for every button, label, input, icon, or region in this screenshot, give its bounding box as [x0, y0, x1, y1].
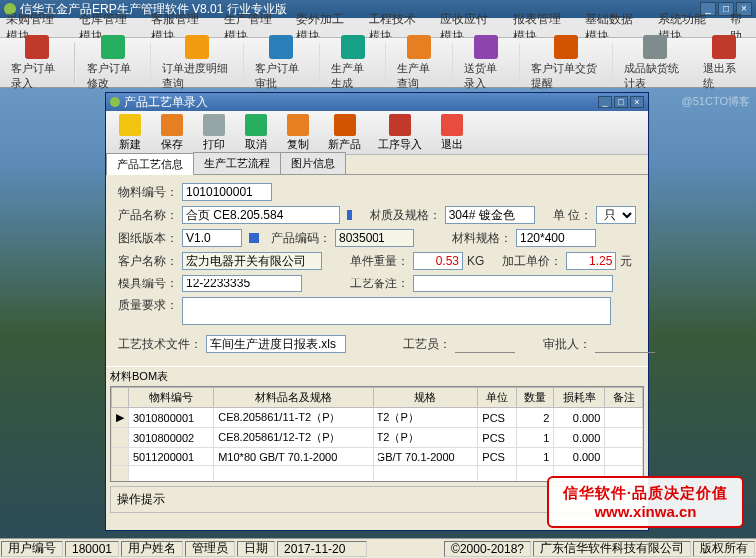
dialog-maximize-button[interactable]: □: [614, 96, 628, 108]
column-header[interactable]: 数量: [516, 388, 554, 408]
spec-input[interactable]: [445, 206, 535, 224]
column-header[interactable]: 损耗率: [554, 388, 605, 408]
tab[interactable]: 生产工艺流程: [193, 152, 281, 174]
bom-grid[interactable]: 物料编号材料品名及规格规格单位数量损耗率备注▶3010800001CE8.205…: [110, 386, 644, 482]
user-no-value: 180001: [65, 541, 119, 557]
toolbar-label: 客户订单交货提醒: [531, 61, 600, 91]
quality-label: 质量要求：: [118, 297, 178, 314]
toolbar-button[interactable]: 客户订单审批: [248, 32, 314, 94]
tech-person-input[interactable]: [455, 335, 515, 353]
form-panel: 物料编号： 产品名称： 材质及规格： 单 位： 只 图纸版本： 产品编码： 材料…: [106, 175, 648, 366]
dialog-toolbar-button[interactable]: 打印: [194, 112, 234, 154]
blog-watermark: @51CTO博客: [682, 94, 750, 109]
product-no-input[interactable]: [335, 229, 414, 247]
watermark-line2: www.xinwa.cn: [563, 503, 728, 520]
toolbar-button[interactable]: 客户订单交货提醒: [524, 32, 607, 94]
dialog-title: 产品工艺单录入: [124, 94, 208, 111]
quality-textarea[interactable]: [182, 297, 611, 325]
dialog-minimize-button[interactable]: _: [598, 96, 612, 108]
toolbar-button[interactable]: 成品缺货统计表: [617, 32, 692, 94]
button-icon: [245, 114, 267, 136]
company: 广东信华软件科技有限公司: [533, 541, 691, 557]
tech-file-input[interactable]: [206, 335, 346, 353]
material-spec-input[interactable]: [516, 229, 596, 247]
toolbar-icon: [341, 35, 365, 59]
toolbar-button[interactable]: 客户订单修改: [80, 32, 146, 94]
button-label: 保存: [161, 137, 183, 152]
operation-hint-label: 操作提示: [117, 492, 165, 506]
brand-watermark: 信华软件·品质决定价值 www.xinwa.cn: [547, 476, 744, 528]
button-icon: [441, 114, 463, 136]
lookup-icon[interactable]: [347, 210, 352, 220]
proc-price-label: 加工单价：: [502, 253, 562, 270]
toolbar-button[interactable]: 订单进度明细查询: [155, 32, 238, 94]
dialog-toolbar-button[interactable]: 退出: [432, 112, 472, 154]
unit-weight-label: 单件重量：: [350, 253, 409, 270]
table-row[interactable]: ▶3010800001CE8.205861/11-T2（P）T2（P）PCS20…: [112, 408, 643, 428]
tab[interactable]: 产品工艺信息: [106, 153, 194, 175]
column-header[interactable]: 单位: [478, 388, 516, 408]
column-header[interactable]: 物料编号: [129, 388, 214, 408]
process-entry-dialog: 产品工艺单录入 _ □ × 新建保存打印取消复制新产品工序导入退出 产品工艺信息…: [105, 92, 649, 531]
rights: 版权所有: [693, 541, 755, 557]
dialog-toolbar-button[interactable]: 工序导入: [371, 112, 430, 154]
toolbar-button[interactable]: 退出系统: [696, 32, 752, 94]
toolbar-label: 客户订单录入: [11, 61, 63, 91]
customer-label: 客户名称：: [118, 253, 178, 270]
dialog-toolbar-button[interactable]: 取消: [236, 112, 276, 154]
product-no-label: 产品编码：: [271, 230, 331, 247]
toolbar-button[interactable]: 送货单录入: [457, 32, 514, 94]
toolbar-label: 生产单查询: [397, 61, 440, 91]
approver-input[interactable]: [595, 335, 655, 353]
table-row[interactable]: 3010800002CE8.205861/12-T2（P）T2（P）PCS10.…: [112, 428, 643, 448]
toolbar-icon: [712, 35, 736, 59]
spec-label: 材质及规格：: [370, 207, 441, 224]
watermark-line1: 信华软件·品质决定价值: [563, 484, 728, 503]
lookup-icon[interactable]: [249, 233, 259, 243]
toolbar-label: 客户订单审批: [255, 61, 307, 91]
tab[interactable]: 图片信息: [280, 152, 346, 174]
dialog-toolbar-button[interactable]: 保存: [152, 112, 192, 154]
unit-select[interactable]: 只: [596, 206, 636, 224]
product-name-input[interactable]: [182, 206, 340, 224]
user-name-value: 管理员: [185, 541, 235, 557]
column-header[interactable]: 规格: [373, 388, 478, 408]
date-value: 2017-11-20: [277, 541, 367, 557]
button-label: 退出: [441, 137, 463, 152]
button-label: 新建: [119, 137, 141, 152]
weight-unit-label: KG: [467, 254, 484, 268]
dialog-toolbar-button[interactable]: 复制: [278, 112, 318, 154]
drawing-ver-label: 图纸版本：: [118, 230, 178, 247]
tech-file-label: 工艺技术文件：: [118, 336, 202, 353]
column-header[interactable]: 备注: [605, 388, 643, 408]
table-row[interactable]: 5011200001M10*80 GB/T 70.1-2000GB/T 70.1…: [112, 448, 643, 466]
material-no-input[interactable]: [182, 183, 272, 201]
dialog-toolbar-button[interactable]: 新建: [110, 112, 150, 154]
material-no-label: 物料编号：: [118, 184, 178, 201]
toolbar-label: 订单进度明细查询: [162, 61, 231, 91]
button-label: 复制: [287, 137, 309, 152]
drawing-ver-input[interactable]: [182, 229, 242, 247]
toolbar-button[interactable]: 生产单查询: [390, 32, 447, 94]
toolbar-icon: [25, 35, 49, 59]
toolbar-button[interactable]: 生产单生成: [324, 32, 380, 94]
product-name-label: 产品名称：: [118, 207, 178, 224]
bom-section-label: 材料BOM表: [106, 366, 648, 386]
dialog-toolbar-button[interactable]: 新产品: [320, 112, 369, 154]
toolbar-label: 送货单录入: [464, 61, 507, 91]
toolbar-icon: [643, 35, 667, 59]
toolbar-icon: [185, 35, 209, 59]
status-bar: 用户编号 180001 用户姓名 管理员 日期 2017-11-20 ©2000…: [0, 538, 756, 558]
date-label: 日期: [237, 541, 275, 557]
tech-person-label: 工艺员：: [403, 336, 451, 353]
proc-price-input[interactable]: [566, 252, 616, 270]
column-header[interactable]: 材料品名及规格: [214, 388, 373, 408]
customer-input[interactable]: [182, 252, 322, 270]
unit-weight-input[interactable]: [413, 252, 463, 270]
mold-no-input[interactable]: [182, 275, 302, 292]
approver-label: 审批人：: [543, 336, 591, 353]
toolbar-button[interactable]: 客户订单录入: [4, 32, 70, 94]
dialog-close-button[interactable]: ×: [630, 96, 644, 108]
proc-note-input[interactable]: [413, 275, 613, 292]
button-icon: [334, 114, 356, 136]
